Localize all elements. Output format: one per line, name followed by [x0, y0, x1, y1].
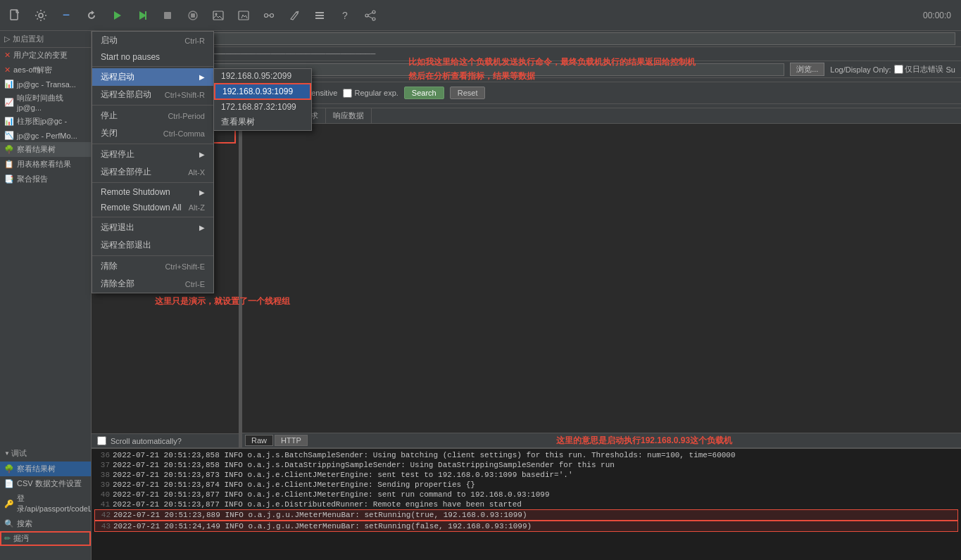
file-btn[interactable] [4, 4, 27, 27]
menu-item-remote-exit[interactable]: 远程退出 ▶ [92, 219, 213, 236]
menu-remote-stop-arrow: ▶ [199, 151, 205, 158]
log-line-num: 37 [96, 461, 110, 469]
log-line-text: 2022-07-21 20:51:23,877 INFO o.a.j.e.Cli… [113, 490, 550, 499]
menu-remote-stop-all-shortcut: Alt-X [188, 168, 205, 177]
log-line-num: 43 [96, 522, 111, 530]
menu-clear-all-shortcut: Ctrl-E [185, 280, 205, 288]
sidebar-item-report[interactable]: 📑 聚合报告 [0, 172, 91, 186]
sidebar-tree2-label: 察看结果树 [17, 464, 56, 474]
menu-sep5 [92, 217, 213, 217]
svg-point-19 [372, 18, 375, 20]
toolbar: − ? 00:00:0 [0, 0, 961, 31]
submenu-ip3[interactable]: 172.168.87.32:1099 [214, 100, 311, 114]
sidebar-item-tree[interactable]: 🌳 察看结果树 [0, 142, 91, 157]
annotation-input[interactable] [126, 32, 955, 45]
file-section: ─ 所有数据写入一个文件 ───────────────────────────… [92, 47, 961, 61]
sidebar-item-aes[interactable]: ✕ aes-off解密 [0, 63, 91, 77]
menu-stop-shortcut: Ctrl-Period [168, 112, 205, 120]
sidebar-item-csv[interactable]: 📄 CSV 数据文件设置 [0, 476, 91, 491]
sidebar-aes-label: aes-off解密 [13, 65, 52, 75]
sidebar-perf-label: jp@gc - PerfMo... [17, 132, 77, 140]
menu-item-remote-start-all[interactable]: 远程全部启动 Ctrl+Shift-R [92, 86, 213, 103]
sidebar-item-perf[interactable]: 📉 jp@gc - PerfMo... [0, 129, 91, 142]
sidebar-tree-label: 察看结果树 [17, 144, 56, 155]
menu-remote-stop-label: 远程停止 [101, 148, 134, 160]
results-right-panel: 取样器结果 请求 响应数据 Raw HTTP [242, 108, 961, 447]
share-btn[interactable] [358, 4, 382, 27]
bar-icon2: 📊 [4, 117, 14, 126]
submenu-view-tree[interactable]: 查看果树 [214, 114, 311, 130]
menu-remote-exit-label: 远程退出 [101, 222, 134, 234]
menu-clear-label: 清除 [101, 260, 118, 272]
stop-alt-btn[interactable] [181, 4, 205, 27]
log-line-num: 42 [96, 511, 111, 519]
knife-btn[interactable] [282, 4, 306, 27]
tab-response-data[interactable]: 响应数据 [326, 108, 372, 123]
sidebar-item-jp-transa[interactable]: 📊 jp@gc - Transa... [0, 77, 91, 91]
search-button[interactable]: Search [404, 87, 444, 99]
menu-item-shutdown[interactable]: 关闭 Ctrl-Comma [92, 125, 213, 142]
refresh-btn[interactable] [80, 4, 103, 27]
scroll-auto-checkbox[interactable] [97, 436, 106, 445]
browse-button[interactable]: 浏览... [790, 63, 824, 76]
submenu-ip1[interactable]: 192.168.0.95:2099 [214, 69, 311, 83]
sidebar-item-user[interactable]: ✕ 用户定义的变更 [0, 48, 91, 63]
menu-item-remote-stop[interactable]: 远程停止 ▶ [92, 146, 213, 163]
menu-remote-start-label: 远程启动 [101, 71, 134, 83]
graph-icon2: 📊 [4, 79, 14, 89]
regex-option[interactable]: Regular exp. [343, 89, 398, 98]
sidebar-item-login[interactable]: 🔑 登录/api/passport/codeLogin [0, 491, 91, 516]
play-alt-btn[interactable] [130, 4, 154, 27]
su-text: Su [946, 65, 955, 74]
log-line-text: 2022-07-21 20:51:23,874 INFO o.a.j.e.Cli… [113, 481, 475, 489]
submenu-ip2[interactable]: 192.168.0.93:1099 [214, 83, 311, 100]
menu-item-start[interactable]: 启动 Ctrl-R [92, 32, 213, 49]
log-only-input[interactable] [894, 65, 903, 74]
menu-remote-exit-all-label: 远程全部退出 [101, 239, 151, 251]
stop-btn[interactable] [156, 4, 180, 27]
menu-remote-shutdown-arrow: ▶ [199, 189, 205, 196]
menu-item-start-no-pauses[interactable]: Start no pauses [92, 49, 213, 65]
sidebar-item-jueshen[interactable]: ✏ 掘沔 [0, 531, 91, 546]
log-only-checkbox[interactable]: 仅日志错误 [894, 64, 943, 75]
menu-item-remote-shutdown-all[interactable]: Remote Shutdown All Alt-Z [92, 200, 213, 215]
sidebar-jueshen-label: 掘沔 [13, 533, 29, 544]
sidebar-item-search[interactable]: 🔍 搜索 [0, 516, 91, 531]
graph-btn[interactable] [257, 4, 281, 27]
menu-item-remote-exit-all[interactable]: 远程全部退出 [92, 236, 213, 254]
sidebar-item-bar[interactable]: 📊 柱形图jp@gc - [0, 114, 91, 129]
sidebar-item-tree2[interactable]: 🌳 察看结果树 [0, 462, 91, 476]
regex-checkbox[interactable] [343, 89, 352, 98]
image2-btn[interactable] [232, 4, 256, 27]
menu-item-stop[interactable]: 停止 Ctrl-Period [92, 107, 213, 125]
menu-sep4 [92, 182, 213, 183]
svg-point-1 [39, 13, 43, 18]
question-btn[interactable]: ? [333, 4, 357, 27]
sidebar-item-response[interactable]: 📈 响应时间曲线jp@g... [0, 91, 91, 114]
log-line: 382022-07-21 20:51:23,873 INFO o.a.j.e.C… [94, 470, 958, 480]
sidebar-csv-label: CSV 数据文件设置 [17, 478, 82, 489]
settings-btn[interactable] [29, 4, 53, 27]
http-tab[interactable]: HTTP [275, 435, 308, 446]
play-btn[interactable] [105, 4, 129, 27]
menu-item-remote-shutdown[interactable]: Remote Shutdown ▶ [92, 184, 213, 200]
menu-item-clear-all[interactable]: 清除全部 Ctrl-E [92, 275, 213, 293]
csv-icon2: 📄 [4, 479, 14, 488]
list-btn[interactable] [308, 4, 332, 27]
svg-point-11 [265, 13, 268, 17]
log-line: 362022-07-21 20:51:23,858 INFO o.a.j.s.B… [94, 450, 958, 460]
sidebar-debug-section: ▼ 调试 [0, 445, 91, 462]
menu-item-remote-stop-all[interactable]: 远程全部停止 Alt-X [92, 163, 213, 181]
sidebar-search-label: 搜索 [17, 518, 32, 529]
menu-item-remote-start[interactable]: 远程启动 ▶ 192.168.0.95:2099 192.168.0.93:10… [92, 68, 213, 86]
sidebar-item-table[interactable]: 📋 用表格察看结果 [0, 157, 91, 172]
svg-rect-14 [315, 12, 324, 13]
reset-button[interactable]: Reset [450, 87, 486, 99]
menu-sep6 [92, 255, 213, 256]
menu-item-clear[interactable]: 清除 Ctrl+Shift-E [92, 257, 213, 275]
minus-btn[interactable]: − [54, 4, 78, 27]
raw-tab[interactable]: Raw [245, 435, 273, 446]
log-line-num: 39 [96, 481, 110, 489]
menu-remote-shutdown-all-label: Remote Shutdown All [101, 203, 182, 212]
image-btn[interactable] [206, 4, 230, 27]
